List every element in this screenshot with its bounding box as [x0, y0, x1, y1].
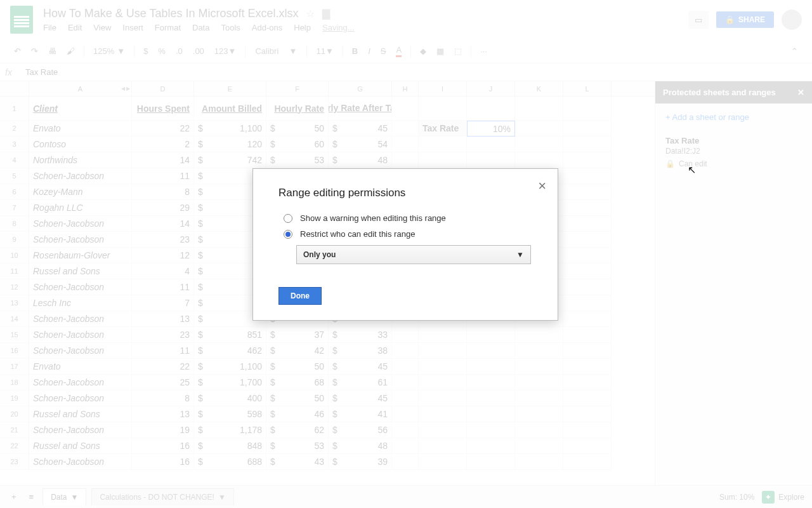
chevron-down-icon: ▼: [516, 250, 524, 259]
restrict-dropdown[interactable]: Only you▼: [296, 245, 531, 264]
radio-icon: [284, 230, 292, 239]
radio-icon: [284, 214, 292, 223]
done-button[interactable]: Done: [278, 287, 322, 305]
range-permissions-dialog: × Range editing permissions Show a warni…: [252, 168, 558, 321]
option-show-warning[interactable]: Show a warning when editing this range: [284, 213, 527, 223]
close-dialog-icon[interactable]: ×: [538, 178, 546, 194]
dialog-title: Range editing permissions: [278, 187, 532, 199]
option-restrict[interactable]: Restrict who can edit this range: [284, 229, 527, 239]
